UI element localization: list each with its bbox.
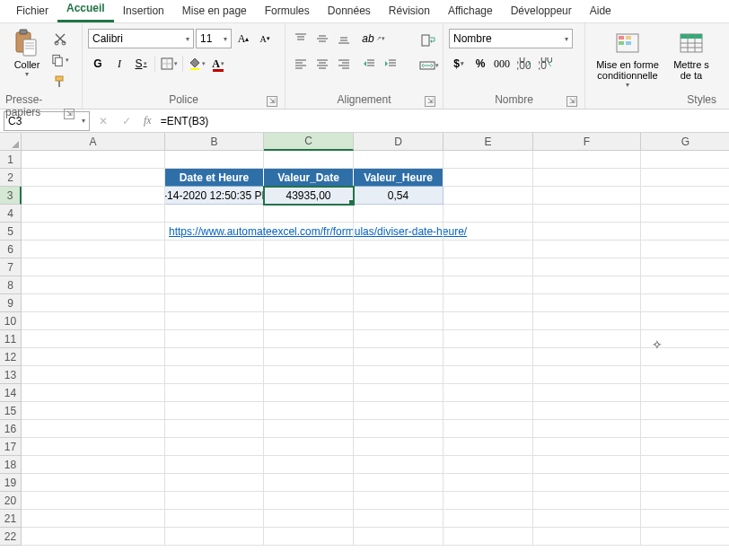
cell-b2[interactable]: Date et Heure	[165, 169, 264, 187]
row-header-3[interactable]: 3	[0, 187, 22, 205]
cell-b10[interactable]	[165, 312, 264, 330]
cell-c10[interactable]	[264, 312, 354, 330]
cell-g3[interactable]	[641, 187, 729, 205]
cell-d10[interactable]	[354, 312, 444, 330]
cell-d5[interactable]	[354, 223, 444, 241]
cell-g2[interactable]	[641, 169, 729, 187]
cell-e4[interactable]	[444, 205, 533, 223]
cell-g14[interactable]	[641, 384, 729, 402]
tab-donnees[interactable]: Données	[319, 1, 380, 22]
cell-a15[interactable]	[22, 402, 165, 420]
row-header-6[interactable]: 6	[0, 241, 22, 258]
align-top-button[interactable]	[291, 29, 311, 48]
accounting-format-button[interactable]: $▾	[449, 54, 469, 74]
cell-a18[interactable]	[22, 456, 165, 474]
column-header-g[interactable]: G	[641, 133, 729, 151]
cell-f17[interactable]	[533, 438, 641, 456]
row-header-16[interactable]: 16	[0, 420, 22, 438]
cell-a7[interactable]	[22, 258, 165, 276]
cell-c16[interactable]	[264, 420, 354, 438]
enter-formula-button[interactable]: ✓	[115, 111, 138, 131]
cell-c19[interactable]	[264, 474, 354, 492]
cell-g12[interactable]	[641, 348, 729, 366]
percent-format-button[interactable]: %	[470, 54, 490, 74]
row-header-9[interactable]: 9	[0, 294, 22, 312]
cell-f9[interactable]	[533, 294, 641, 312]
cell-a2[interactable]	[22, 169, 165, 187]
cell-e6[interactable]	[444, 241, 533, 258]
row-header-10[interactable]: 10	[0, 312, 22, 330]
cell-a10[interactable]	[22, 312, 165, 330]
cell-d12[interactable]	[354, 348, 444, 366]
row-header-4[interactable]: 4	[0, 205, 22, 223]
row-header-17[interactable]: 17	[0, 438, 22, 456]
cell-d1[interactable]	[354, 151, 444, 169]
cell-b8[interactable]	[165, 276, 264, 294]
cell-f6[interactable]	[533, 241, 641, 258]
row-header-15[interactable]: 15	[0, 402, 22, 420]
cell-b6[interactable]	[165, 241, 264, 258]
cell-b20[interactable]	[165, 492, 264, 510]
cell-b17[interactable]	[165, 438, 264, 456]
italic-button[interactable]: I	[110, 54, 129, 74]
cell-c8[interactable]	[264, 276, 354, 294]
cell-d4[interactable]	[354, 205, 444, 223]
cell-c2[interactable]: Valeur_Date	[264, 169, 354, 187]
cell-f10[interactable]	[533, 312, 641, 330]
cell-c3[interactable]: 43935,00	[264, 187, 354, 205]
row-header-5[interactable]: 5	[0, 223, 22, 241]
row-header-18[interactable]: 18	[0, 456, 22, 474]
cell-d2[interactable]: Valeur_Heure	[354, 169, 444, 187]
cell-b14[interactable]	[165, 384, 264, 402]
column-header-b[interactable]: B	[165, 133, 264, 151]
tab-fichier[interactable]: Fichier	[7, 1, 57, 22]
number-dialog-launcher[interactable]: ⇲	[567, 96, 577, 107]
cell-d6[interactable]	[354, 241, 444, 258]
bold-button[interactable]: G	[88, 54, 108, 74]
cell-g15[interactable]	[641, 402, 729, 420]
conditional-formatting-button[interactable]: Mise en forme conditionnelle ▾	[591, 27, 664, 92]
cell-e9[interactable]	[444, 294, 533, 312]
select-all-button[interactable]	[0, 133, 22, 151]
cell-a8[interactable]	[22, 276, 165, 294]
cell-c22[interactable]	[264, 528, 354, 546]
cell-f5[interactable]	[533, 223, 641, 241]
cell-f7[interactable]	[533, 258, 641, 276]
cell-a5[interactable]	[22, 223, 165, 241]
column-header-c[interactable]: C	[264, 133, 354, 151]
cell-b19[interactable]	[165, 474, 264, 492]
cell-g18[interactable]	[641, 456, 729, 474]
format-as-table-button[interactable]: Mettre s de ta	[666, 27, 716, 92]
cell-f16[interactable]	[533, 420, 641, 438]
cell-f3[interactable]	[533, 187, 641, 205]
align-middle-button[interactable]	[312, 29, 332, 48]
cell-c1[interactable]	[264, 151, 354, 169]
cell-d11[interactable]	[354, 330, 444, 348]
cell-d22[interactable]	[354, 528, 444, 546]
cell-d15[interactable]	[354, 402, 444, 420]
cell-f21[interactable]	[533, 510, 641, 528]
row-header-8[interactable]: 8	[0, 276, 22, 294]
cell-a16[interactable]	[22, 420, 165, 438]
align-right-button[interactable]	[334, 54, 354, 74]
cell-f20[interactable]	[533, 492, 641, 510]
cell-c18[interactable]	[264, 456, 354, 474]
cell-b15[interactable]	[165, 402, 264, 420]
cell-e1[interactable]	[444, 151, 533, 169]
comma-format-button[interactable]: 000	[492, 54, 512, 74]
cell-a17[interactable]	[22, 438, 165, 456]
tab-mise-en-page[interactable]: Mise en page	[173, 1, 256, 22]
cell-d8[interactable]	[354, 276, 444, 294]
cell-g7[interactable]	[641, 258, 729, 276]
column-header-f[interactable]: F	[533, 133, 641, 151]
cell-c13[interactable]	[264, 366, 354, 384]
cell-b22[interactable]	[165, 528, 264, 546]
paste-button[interactable]: Coller ▾	[5, 27, 48, 92]
row-header-21[interactable]: 21	[0, 510, 22, 528]
tab-accueil[interactable]: Accueil	[57, 0, 114, 22]
row-header-12[interactable]: 12	[0, 348, 22, 366]
alignment-dialog-launcher[interactable]: ⇲	[425, 96, 435, 107]
cell-e2[interactable]	[444, 169, 533, 187]
cell-b4[interactable]	[165, 205, 264, 223]
cell-b5[interactable]: https://www.automateexcel.com/fr/formula…	[165, 223, 264, 241]
